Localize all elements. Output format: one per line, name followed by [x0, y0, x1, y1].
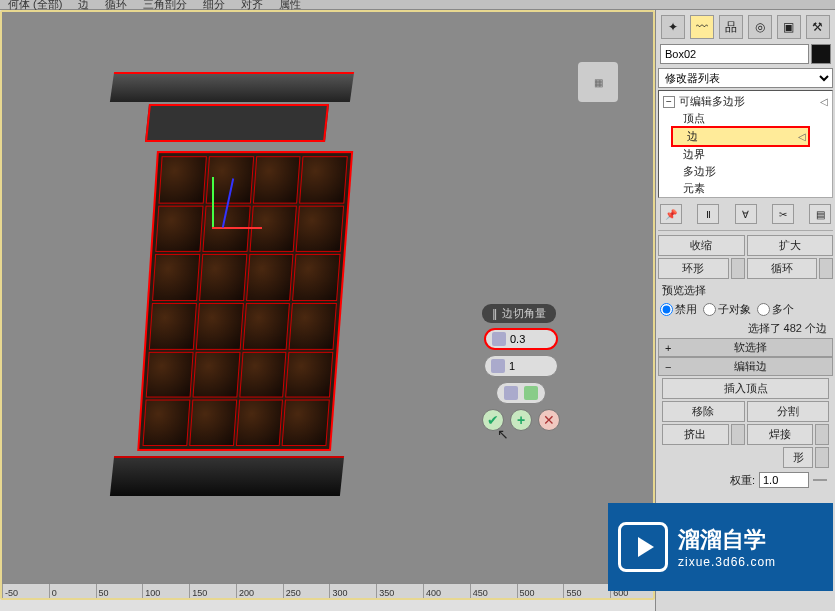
weight-spinner[interactable]: [813, 479, 827, 481]
make-unique-button[interactable]: ∀: [735, 204, 757, 224]
extrude-button[interactable]: 挤出: [662, 424, 729, 445]
caddy-apply-plus-button[interactable]: +: [510, 409, 532, 431]
chamfer-amount-icon: [492, 332, 506, 346]
chamfer-amount-input[interactable]: 0.3: [484, 328, 558, 350]
shrink-button[interactable]: 收缩: [658, 235, 745, 256]
display-tab-icon[interactable]: ▣: [777, 15, 801, 39]
top-tab-bar: 何体 (全部) 边 循环 三角剖分 细分 对齐 属性: [0, 0, 835, 10]
perspective-viewport[interactable]: ▦ ‖边切角量 0.3: [0, 10, 655, 600]
cabinet-model[interactable]: [112, 72, 362, 492]
stack-item-polygon[interactable]: 多边形: [661, 163, 830, 180]
ring-spinner[interactable]: [731, 258, 745, 279]
play-icon: [618, 522, 668, 572]
modify-tab-icon[interactable]: 〰: [690, 15, 714, 39]
preview-selection-label: 预览选择: [658, 281, 833, 300]
visibility-icon[interactable]: ◁: [820, 96, 828, 107]
chamfer-option-a-icon: [504, 386, 518, 400]
grow-button[interactable]: 扩大: [747, 235, 834, 256]
create-tab-icon[interactable]: ✦: [661, 15, 685, 39]
weld-button[interactable]: 焊接: [747, 424, 814, 445]
timeline-ruler[interactable]: -50050 100150200 250300350 400450500 550…: [2, 583, 655, 598]
object-name-input[interactable]: [660, 44, 809, 64]
chamfer-segments-icon: [491, 359, 505, 373]
weld-settings-button[interactable]: [815, 424, 829, 445]
insert-vertex-button[interactable]: 插入顶点: [662, 378, 829, 399]
shape-settings-button[interactable]: [815, 447, 829, 468]
utilities-tab-icon[interactable]: ⚒: [806, 15, 830, 39]
shape-button[interactable]: 形: [783, 447, 813, 468]
soft-selection-rollout[interactable]: +软选择: [658, 338, 833, 357]
viewcube[interactable]: ▦: [578, 62, 618, 102]
selection-info: 选择了 482 个边: [658, 319, 833, 338]
watermark-title: 溜溜自学: [678, 525, 776, 555]
chamfer-caddy: 0.3 1 ✔ + ✕: [482, 328, 560, 431]
ring-button[interactable]: 环形: [658, 258, 729, 279]
watermark: 溜溜自学 zixue.3d66.com: [608, 503, 833, 591]
object-color-swatch[interactable]: [811, 44, 831, 64]
loop-button[interactable]: 循环: [747, 258, 818, 279]
active-subobj-icon: ◁: [798, 131, 806, 142]
mouse-cursor: ↖: [497, 426, 509, 442]
split-button[interactable]: 分割: [747, 401, 830, 422]
radio-multi[interactable]: 多个: [757, 302, 794, 317]
collapse-icon[interactable]: −: [663, 96, 675, 108]
modifier-list-dropdown[interactable]: 修改器列表: [658, 68, 833, 88]
show-result-button[interactable]: Ⅱ: [697, 204, 719, 224]
weight-label: 权重:: [730, 473, 755, 488]
extrude-settings-button[interactable]: [731, 424, 745, 445]
modifier-stack[interactable]: − 可编辑多边形 ◁ 顶点 边 ◁ 边界 多边形 元素: [658, 90, 833, 198]
pin-stack-button[interactable]: 📌: [660, 204, 682, 224]
radio-subobj[interactable]: 子对象: [703, 302, 751, 317]
weight-input[interactable]: [759, 472, 809, 488]
chamfer-option-b-icon: [524, 386, 538, 400]
radio-disable[interactable]: 禁用: [660, 302, 697, 317]
remove-modifier-button[interactable]: ✂: [772, 204, 794, 224]
stack-item-edge[interactable]: 边 ◁: [671, 126, 810, 147]
stack-item-vertex[interactable]: 顶点: [661, 110, 830, 127]
chamfer-tooltip: ‖边切角量: [482, 304, 556, 323]
configure-sets-button[interactable]: ▤: [809, 204, 831, 224]
chamfer-segments-input[interactable]: 1: [484, 355, 558, 377]
caddy-cancel-button[interactable]: ✕: [538, 409, 560, 431]
watermark-url: zixue.3d66.com: [678, 555, 776, 569]
loop-spinner[interactable]: [819, 258, 833, 279]
remove-button[interactable]: 移除: [662, 401, 745, 422]
hierarchy-tab-icon[interactable]: 品: [719, 15, 743, 39]
stack-item-element[interactable]: 元素: [661, 180, 830, 197]
chamfer-options-toggle[interactable]: [496, 382, 546, 404]
motion-tab-icon[interactable]: ◎: [748, 15, 772, 39]
edit-edges-rollout[interactable]: −编辑边: [658, 357, 833, 376]
stack-item-border[interactable]: 边界: [661, 146, 830, 163]
stack-root-label[interactable]: 可编辑多边形: [679, 94, 745, 109]
